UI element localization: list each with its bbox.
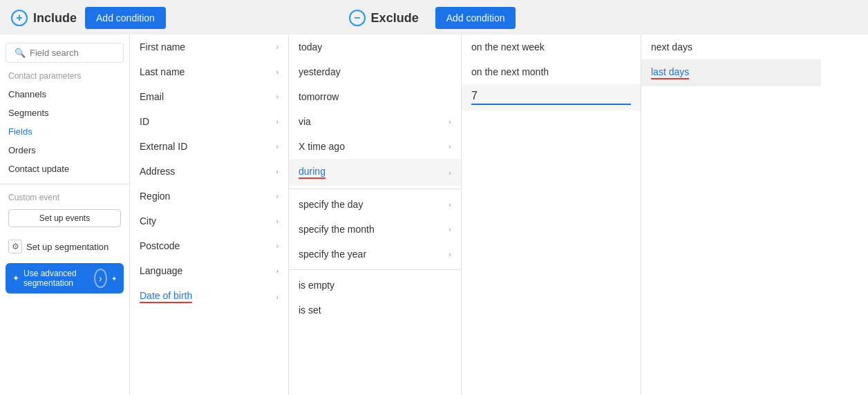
arrow-icon: ›: [449, 225, 451, 233]
sidebar-item-fields[interactable]: Fields: [0, 122, 129, 141]
arrow-icon: ›: [276, 167, 279, 175]
value-next-days[interactable]: next days: [641, 35, 821, 59]
value-input-box: [462, 84, 641, 110]
options-column: today yesterday tomorrow via › X time ag…: [289, 35, 462, 395]
setup-segmentation[interactable]: ⚙ Set up segmentation: [0, 235, 129, 258]
search-icon: 🔍: [15, 48, 26, 58]
advanced-segmentation-arrow-icon: ›: [94, 269, 107, 288]
field-item-lastname[interactable]: Last name ›: [130, 59, 288, 84]
field-item-city[interactable]: City ›: [130, 209, 288, 233]
arrow-icon: ›: [449, 142, 451, 151]
contact-params-label: Contact parameters: [0, 68, 129, 85]
arrow-icon: ›: [276, 242, 279, 250]
main-container: + Include Add condition − Exclude Add co…: [0, 0, 868, 395]
exclude-header: − Exclude: [349, 10, 419, 26]
option-via[interactable]: via ›: [289, 109, 461, 134]
option-specify-month[interactable]: specify the month ›: [289, 217, 461, 242]
option-during[interactable]: during ›: [289, 159, 461, 186]
field-item-language[interactable]: Language ›: [130, 258, 288, 283]
field-item-firstname[interactable]: First name ›: [130, 35, 288, 59]
option-tomorrow[interactable]: tomorrow: [289, 84, 461, 109]
option-x-time-ago[interactable]: X time ago ›: [289, 134, 461, 159]
star-icon: ✦: [12, 273, 19, 283]
advanced-segmentation[interactable]: ✦ Use advanced segmentation › ✦: [6, 263, 124, 293]
arrow-icon: ›: [276, 117, 279, 126]
setup-events-button[interactable]: Set up events: [8, 209, 121, 227]
arrow-icon: ›: [276, 68, 279, 76]
arrow-icon: ›: [449, 250, 451, 258]
gear-icon: ⚙: [8, 240, 22, 253]
option-is-set[interactable]: is set: [289, 298, 461, 322]
value-input[interactable]: [471, 90, 631, 105]
sparkle-icon: ✦: [111, 275, 117, 282]
sidebar-item-channels[interactable]: Channels: [0, 85, 129, 104]
include-add-condition-button[interactable]: Add condition: [85, 7, 166, 29]
exclude-circle-icon[interactable]: −: [349, 10, 366, 26]
field-item-address[interactable]: Address ›: [130, 159, 288, 184]
field-item-external-id[interactable]: External ID ›: [130, 134, 288, 159]
arrow-icon: ›: [449, 200, 451, 209]
option-specify-year[interactable]: specify the year ›: [289, 242, 461, 267]
option-divider-2: [289, 269, 461, 270]
field-item-date-of-birth[interactable]: Date of birth ›: [130, 283, 288, 310]
include-circle-icon[interactable]: +: [11, 10, 28, 26]
arrow-icon: ›: [276, 43, 279, 51]
sidebar-item-orders[interactable]: Orders: [0, 141, 129, 160]
sub-option-next-week[interactable]: on the next week: [462, 35, 641, 59]
arrow-icon: ›: [276, 93, 279, 101]
arrow-icon: ›: [276, 142, 279, 151]
arrow-icon: ›: [449, 117, 451, 126]
option-divider: [289, 189, 461, 189]
search-input[interactable]: [30, 48, 115, 58]
arrow-icon: ›: [276, 267, 279, 275]
field-item-region[interactable]: Region ›: [130, 184, 288, 209]
include-title: Include: [33, 11, 77, 26]
value-options-column: next days last days: [641, 35, 821, 395]
exclude-title: Exclude: [371, 11, 419, 26]
exclude-add-condition-button[interactable]: Add condition: [435, 7, 516, 29]
sidebar: 🔍 Contact parameters Channels Segments F…: [0, 35, 130, 395]
value-last-days[interactable]: last days: [641, 59, 821, 86]
arrow-icon: ›: [276, 192, 279, 200]
custom-event-label: Custom event: [0, 190, 129, 206]
setup-segmentation-label: Set up segmentation: [26, 242, 108, 252]
field-list-column: First name › Last name › Email › ID › Ex…: [130, 35, 289, 395]
option-specify-day[interactable]: specify the day ›: [289, 192, 461, 217]
option-today[interactable]: today: [289, 35, 461, 59]
sub-option-next-month[interactable]: on the next month: [462, 59, 641, 84]
arrow-icon: ›: [449, 168, 451, 177]
search-box[interactable]: 🔍: [6, 43, 124, 63]
option-is-empty[interactable]: is empty: [289, 273, 461, 298]
sidebar-divider: [0, 184, 129, 184]
field-item-id[interactable]: ID ›: [130, 109, 288, 134]
option-yesterday[interactable]: yesterday: [289, 59, 461, 84]
sidebar-item-contact-update[interactable]: Contact update: [0, 160, 129, 178]
field-item-postcode[interactable]: Postcode ›: [130, 233, 288, 258]
arrow-icon: ›: [276, 293, 279, 301]
sub-options-column: on the next week on the next month: [462, 35, 641, 395]
content-area: 🔍 Contact parameters Channels Segments F…: [0, 35, 868, 395]
sidebar-item-segments[interactable]: Segments: [0, 104, 129, 122]
arrow-icon: ›: [276, 217, 279, 225]
include-header: + Include: [11, 10, 77, 26]
advanced-segmentation-label: Use advanced segmentation: [23, 269, 90, 288]
field-item-email[interactable]: Email ›: [130, 84, 288, 109]
